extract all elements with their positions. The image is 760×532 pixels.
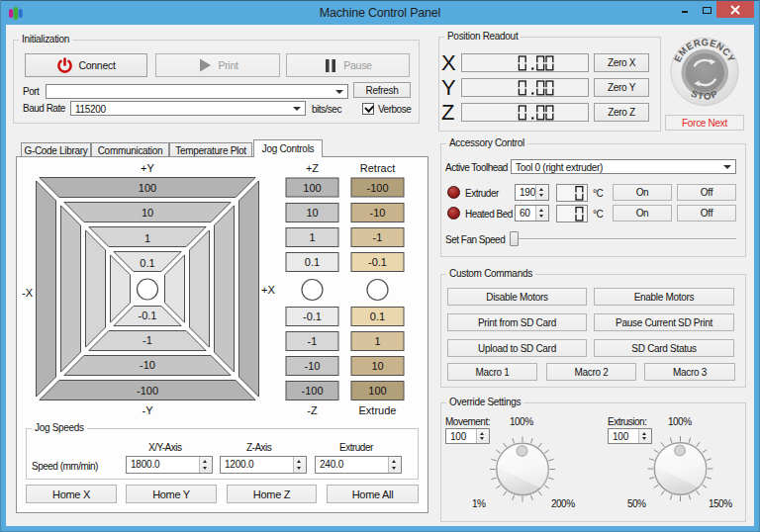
svg-text:-100: -100 xyxy=(366,182,388,194)
svg-text:-0.1: -0.1 xyxy=(303,310,322,322)
svg-text:-100: -100 xyxy=(137,385,158,397)
svg-text:100: 100 xyxy=(139,182,156,194)
svg-text:0.1: 0.1 xyxy=(305,256,320,268)
svg-text:0.1: 0.1 xyxy=(140,257,154,269)
svg-text:+Y: +Y xyxy=(141,162,154,174)
svg-text:1: 1 xyxy=(144,232,150,244)
svg-text:Retract: Retract xyxy=(360,162,395,174)
svg-text:1: 1 xyxy=(309,231,315,243)
svg-text:-10: -10 xyxy=(140,359,155,371)
svg-text:1: 1 xyxy=(374,335,380,347)
svg-text:-X: -X xyxy=(22,287,34,299)
svg-text:+X: +X xyxy=(261,284,275,296)
svg-text:10: 10 xyxy=(306,207,318,219)
svg-text:0.1: 0.1 xyxy=(370,310,385,322)
svg-text:Extrude: Extrude xyxy=(359,404,397,416)
svg-text:-Y: -Y xyxy=(142,404,154,416)
svg-text:-0.1: -0.1 xyxy=(139,310,157,321)
svg-text:-1: -1 xyxy=(308,335,318,347)
svg-text:-Z: -Z xyxy=(307,404,318,416)
svg-text:-10: -10 xyxy=(370,207,386,219)
svg-text:-1: -1 xyxy=(373,231,383,243)
svg-text:10: 10 xyxy=(371,360,383,372)
svg-text:100: 100 xyxy=(368,385,386,397)
svg-text:-100: -100 xyxy=(301,385,323,397)
svg-text:+Z: +Z xyxy=(306,162,319,174)
svg-text:-10: -10 xyxy=(305,360,321,372)
svg-text:-1: -1 xyxy=(142,334,152,346)
svg-text:10: 10 xyxy=(142,207,153,219)
svg-text:-0.1: -0.1 xyxy=(368,256,387,268)
svg-text:100: 100 xyxy=(303,182,321,194)
